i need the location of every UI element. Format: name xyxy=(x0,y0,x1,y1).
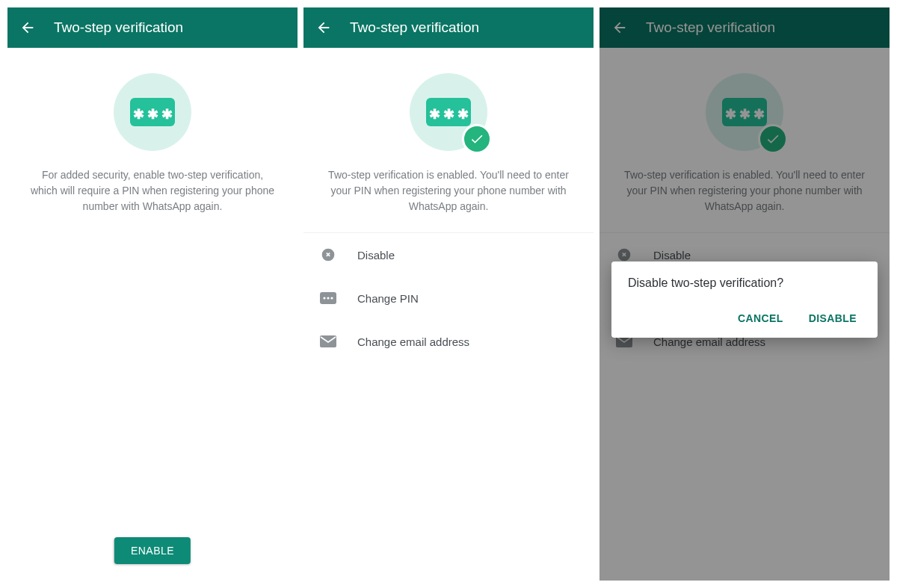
description-text: For added security, enable two-step veri… xyxy=(7,167,298,214)
pin-hero-icon: ✱✱✱ xyxy=(410,73,487,151)
option-disable[interactable]: Disable xyxy=(303,233,594,276)
svg-point-2 xyxy=(323,297,325,299)
dialog-actions: CANCEL DISABLE xyxy=(628,306,861,330)
appbar-title: Two-step verification xyxy=(350,19,479,36)
appbar: Two-step verification xyxy=(303,7,594,48)
cancel-circle-icon xyxy=(320,247,336,263)
svg-rect-5 xyxy=(320,335,336,347)
pin-hero-icon: ✱✱✱ xyxy=(114,73,191,151)
appbar-title: Two-step verification xyxy=(54,19,183,36)
dialog-disable-button[interactable]: DISABLE xyxy=(804,306,861,330)
option-change-pin[interactable]: Change PIN xyxy=(303,276,594,320)
back-arrow-icon[interactable] xyxy=(19,19,36,36)
svg-point-4 xyxy=(330,297,333,299)
dialog-title: Disable two-step verification? xyxy=(628,276,861,290)
option-label: Disable xyxy=(357,249,395,261)
enable-button[interactable]: ENABLE xyxy=(114,537,191,564)
pin-box-icon: ✱✱✱ xyxy=(130,98,175,126)
pin-box-icon: ✱✱✱ xyxy=(426,98,471,126)
dialog-cancel-button[interactable]: CANCEL xyxy=(733,306,788,330)
screen-enabled-settings: Two-step verification ✱✱✱ Two-step verif… xyxy=(303,7,594,581)
content-area: ✱✱✱ Two-step verification is enabled. Yo… xyxy=(303,48,594,581)
options-list: Disable Change PIN Change email address xyxy=(303,232,594,363)
screen-enable-prompt: Two-step verification ✱✱✱ For added secu… xyxy=(7,7,298,581)
description-text: Two-step verification is enabled. You'll… xyxy=(303,167,594,214)
disable-confirm-dialog: Disable two-step verification? CANCEL DI… xyxy=(611,261,878,338)
content-area: ✱✱✱ For added security, enable two-step … xyxy=(7,48,298,581)
check-badge-icon xyxy=(462,124,492,154)
option-change-email[interactable]: Change email address xyxy=(303,320,594,363)
pin-pad-icon xyxy=(320,290,336,306)
svg-point-3 xyxy=(327,297,329,299)
appbar: Two-step verification xyxy=(7,7,298,48)
option-label: Change PIN xyxy=(357,292,419,305)
screen-disable-confirm: Two-step verification ✱✱✱ Two-step verif… xyxy=(599,7,890,581)
option-label: Change email address xyxy=(357,335,469,348)
email-icon xyxy=(320,333,336,350)
back-arrow-icon[interactable] xyxy=(315,19,332,36)
